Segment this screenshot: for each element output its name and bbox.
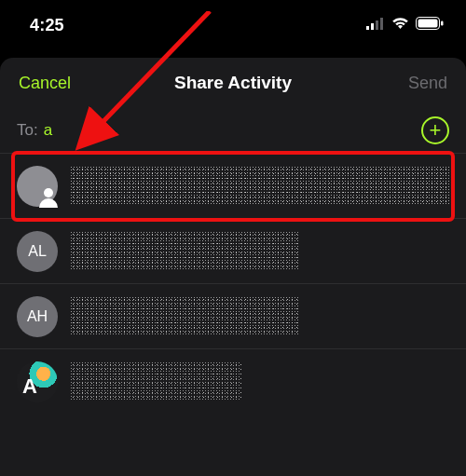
avatar: [17, 166, 58, 207]
avatar: AH: [17, 296, 58, 337]
contact-name-redacted: [71, 167, 449, 206]
status-indicators: [366, 17, 444, 34]
contact-row[interactable]: AL: [0, 219, 466, 284]
avatar: AL: [17, 231, 58, 272]
avatar-initials: AL: [28, 243, 47, 260]
to-input[interactable]: [44, 121, 421, 140]
svg-rect-3: [380, 18, 383, 30]
svg-rect-0: [366, 26, 369, 30]
contact-row[interactable]: AH: [0, 284, 466, 349]
cellular-icon: [366, 17, 385, 34]
svg-rect-2: [376, 20, 378, 30]
status-bar: 4:25: [0, 0, 466, 50]
contact-suggestions: AL AH A: [0, 154, 466, 415]
screen: 4:25 Cancel Share Activity Send To: +: [0, 0, 466, 476]
contact-name-redacted: [71, 362, 449, 401]
contact-name-redacted: [71, 232, 449, 271]
svg-rect-5: [418, 20, 438, 28]
cancel-button[interactable]: Cancel: [19, 74, 91, 93]
share-sheet: Cancel Share Activity Send To: +: [0, 58, 466, 476]
wifi-icon: [391, 17, 409, 34]
send-button[interactable]: Send: [375, 74, 447, 93]
navigation-bar: Cancel Share Activity Send: [0, 58, 466, 108]
add-contact-button[interactable]: +: [421, 116, 449, 144]
svg-rect-6: [441, 21, 444, 26]
page-title: Share Activity: [91, 73, 375, 93]
avatar-initials: AH: [27, 308, 48, 325]
avatar: A: [17, 361, 58, 402]
plus-icon: +: [430, 120, 442, 141]
to-label: To:: [17, 121, 38, 140]
svg-rect-1: [371, 23, 374, 30]
to-field-row: To: +: [0, 108, 466, 153]
contact-row[interactable]: A: [0, 349, 466, 415]
contact-name-redacted: [71, 297, 449, 336]
battery-icon: [416, 17, 444, 34]
contact-row[interactable]: [0, 154, 466, 219]
status-time: 4:25: [30, 16, 64, 35]
